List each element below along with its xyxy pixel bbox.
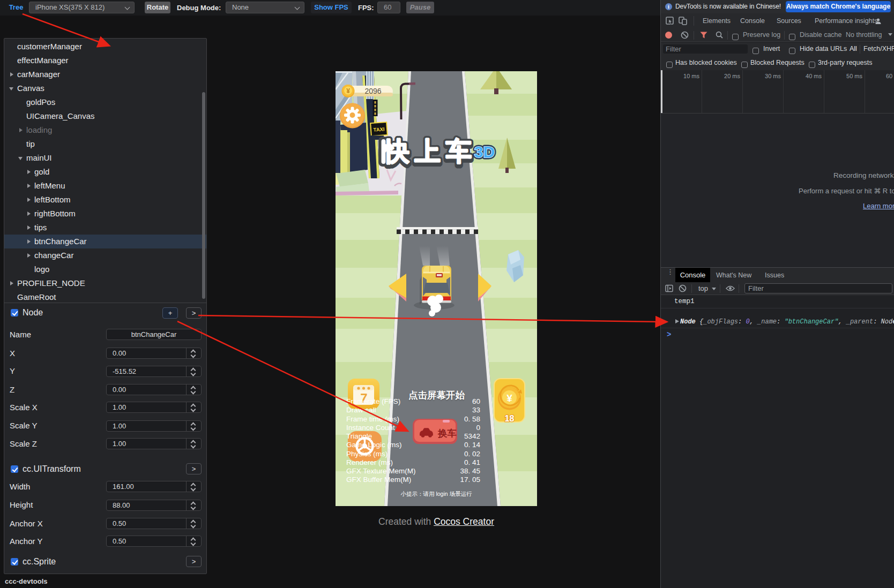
svg-text:¥: ¥ xyxy=(506,393,512,404)
svg-text:18: 18 xyxy=(505,414,515,423)
svg-text:¥: ¥ xyxy=(346,87,350,95)
svg-text:TAXI: TAXI xyxy=(373,126,385,132)
svg-text:3D: 3D xyxy=(474,143,495,161)
svg-text:快上车: 快上车 xyxy=(382,137,477,165)
